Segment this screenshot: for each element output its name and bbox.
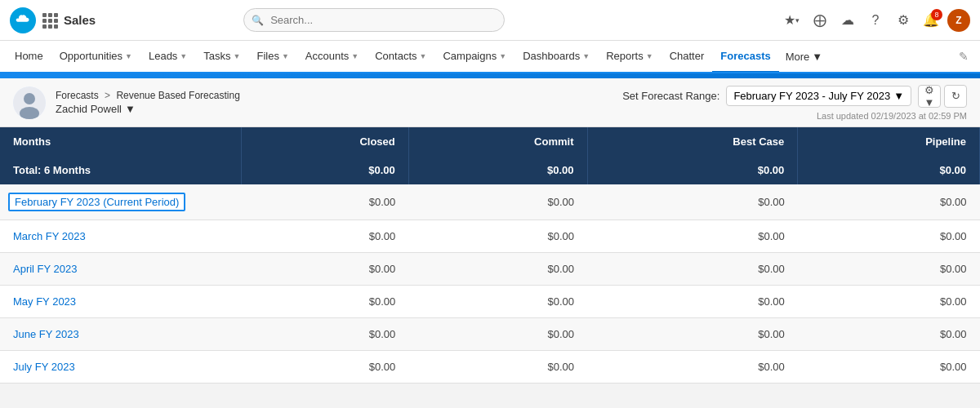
commit-cell: $0.00 [408,253,587,286]
nav-opportunities[interactable]: Opportunities ▼ [51,41,140,73]
nav-more[interactable]: More ▼ [779,41,830,72]
bestcase-cell: $0.00 [587,318,798,351]
breadcrumb-section: Forecasts > Revenue Based Forecasting Za… [13,86,240,119]
nav-opportunities-label: Opportunities [60,50,122,62]
pipeline-cell: $0.00 [798,318,980,351]
month-cell[interactable]: February FY 2023 (Current Period) [0,184,241,220]
breadcrumb-page: Revenue Based Forecasting [116,90,239,101]
pipeline-cell: $0.00 [798,220,980,253]
pipeline-cell: $0.00 [798,184,980,220]
nav-leads[interactable]: Leads ▼ [140,41,195,73]
closed-cell: $0.00 [241,351,408,384]
forecast-range-value: February FY 2023 - July FY 2023 [733,90,890,102]
forecast-range-label: Set Forecast Range: [622,90,719,102]
closed-cell: $0.00 [241,184,408,220]
settings-button[interactable]: ⚙ [892,9,915,32]
nav-contacts[interactable]: Contacts ▼ [367,41,434,73]
table-row: April FY 2023$0.00$0.00$0.00$0.00 [0,253,980,286]
last-updated: Last updated 02/19/2023 at 02:59 PM [817,111,967,121]
search-input[interactable] [243,8,505,32]
closed-cell: $0.00 [241,220,408,253]
pipeline-cell: $0.00 [798,253,980,286]
top-bar: Sales 🔍 ★▾ ⨁ ☁ ? ⚙ 🔔 8 Z [0,0,980,41]
nav-dashboards[interactable]: Dashboards ▼ [514,41,598,73]
chevron-down-icon: ▼ [282,52,289,60]
table-row: July FY 2023$0.00$0.00$0.00$0.00 [0,351,980,384]
grid-icon[interactable] [42,13,57,28]
chevron-down-icon: ▼ [499,52,506,60]
month-selected-indicator: February FY 2023 (Current Period) [8,193,185,211]
breadcrumb-user[interactable]: Zachid Powell ▼ [56,103,240,115]
nav-reports[interactable]: Reports ▼ [598,41,661,73]
nav-files-label: Files [256,50,278,62]
col-header-commit[interactable]: Commit [408,127,587,156]
bestcase-cell: $0.00 [587,253,798,286]
notification-badge: 8 [931,9,942,20]
refresh-button[interactable]: ↻ [944,85,967,108]
top-actions: ★▾ ⨁ ☁ ? ⚙ 🔔 8 Z [781,9,970,32]
closed-cell: $0.00 [241,318,408,351]
commit-cell: $0.00 [408,220,587,253]
nav-bar: Home Opportunities ▼ Leads ▼ Tasks ▼ Fil… [0,41,980,73]
nav-chatter-label: Chatter [670,50,705,62]
app-name: Sales [64,13,96,27]
nav-tasks-label: Tasks [203,50,230,62]
favorites-button[interactable]: ★▾ [781,9,804,32]
nav-forecasts[interactable]: Forecasts [712,41,778,73]
nav-campaigns-label: Campaigns [443,50,497,62]
table-row: June FY 2023$0.00$0.00$0.00$0.00 [0,318,980,351]
total-bestcase: $0.00 [587,156,798,184]
add-button[interactable]: ⨁ [808,9,831,32]
bestcase-cell: $0.00 [587,184,798,220]
edit-nav-icon[interactable]: ✎ [954,41,973,72]
nav-home[interactable]: Home [7,41,51,73]
breadcrumb: Forecasts > Revenue Based Forecasting [56,90,240,101]
month-cell[interactable]: July FY 2023 [0,351,241,384]
settings-gear-button[interactable]: ⚙ ▼ [918,85,941,108]
forecast-table: Months Closed Commit Best Case Pipeline … [0,127,980,384]
notifications-button[interactable]: 🔔 8 [920,9,942,32]
month-cell[interactable]: June FY 2023 [0,318,241,351]
total-row: Total: 6 Months $0.00 $0.00 $0.00 $0.00 [0,156,980,184]
month-cell[interactable]: April FY 2023 [0,253,241,286]
breadcrumb-link[interactable]: Forecasts [56,90,99,101]
nav-more-label: More [786,51,810,63]
bestcase-cell: $0.00 [587,351,798,384]
nav-chatter[interactable]: Chatter [662,41,713,73]
total-pipeline: $0.00 [798,156,980,184]
forecast-range-section: Set Forecast Range: February FY 2023 - J… [622,85,967,121]
month-cell[interactable]: March FY 2023 [0,220,241,253]
chevron-down-icon: ▼ [180,52,187,60]
chevron-down-icon: ▼ [646,52,653,60]
chevron-down-icon: ▼ [125,52,132,60]
user-name: Zachid Powell [56,103,122,115]
table-header-row: Months Closed Commit Best Case Pipeline [0,127,980,156]
breadcrumb-separator: > [105,90,110,101]
search-icon: 🔍 [252,15,264,26]
bestcase-cell: $0.00 [587,286,798,318]
nav-campaigns[interactable]: Campaigns ▼ [434,41,514,73]
pipeline-cell: $0.00 [798,351,980,384]
nav-accounts[interactable]: Accounts ▼ [297,41,367,73]
closed-cell: $0.00 [241,253,408,286]
chevron-down-icon: ▼ [420,52,427,60]
chevron-down-icon: ▼ [234,52,241,60]
sub-header: Forecasts > Revenue Based Forecasting Za… [0,78,980,127]
help-button[interactable]: ? [864,9,887,32]
total-label: Total: 6 Months [0,156,241,184]
user-avatar[interactable]: Z [947,9,970,32]
chevron-down-icon: ▼ [893,90,904,102]
table-row: May FY 2023$0.00$0.00$0.00$0.00 [0,286,980,318]
nav-tasks[interactable]: Tasks ▼ [195,41,248,73]
col-header-bestcase[interactable]: Best Case [587,127,798,156]
col-header-pipeline[interactable]: Pipeline [798,127,980,156]
nav-files[interactable]: Files ▼ [248,41,296,73]
forecast-range-dropdown[interactable]: February FY 2023 - July FY 2023 ▼ [726,86,911,106]
setup-button[interactable]: ☁ [836,9,859,32]
nav-contacts-label: Contacts [375,50,416,62]
col-header-closed[interactable]: Closed [241,127,408,156]
nav-accounts-label: Accounts [305,50,349,62]
table-row: March FY 2023$0.00$0.00$0.00$0.00 [0,220,980,253]
commit-cell: $0.00 [408,351,587,384]
month-cell[interactable]: May FY 2023 [0,286,241,318]
